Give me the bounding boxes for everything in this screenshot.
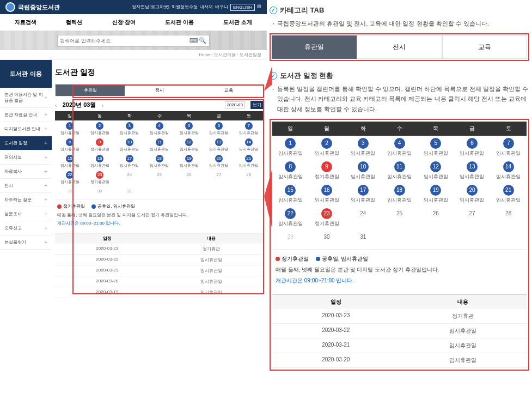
big-tab-exhibit[interactable]: 전시 — [357, 35, 442, 59]
big-calendar-cell[interactable]: 22임시휴관일 — [272, 206, 309, 229]
calendar-cell[interactable]: 16임시휴관일 — [85, 153, 115, 170]
list-row[interactable]: 2020-03-23정기휴관 — [55, 244, 264, 255]
tab-exhibit[interactable]: 전시 — [125, 84, 194, 96]
sidebar-item[interactable]: 전시+ — [0, 179, 52, 193]
big-calendar-cell[interactable]: 24 — [345, 206, 381, 229]
nav-search[interactable]: 자료검색 — [15, 19, 36, 26]
calendar-cell[interactable]: 10임시휴관일 — [114, 137, 144, 153]
calendar-cell[interactable]: 20임시휴관일 — [204, 153, 234, 170]
nav-use[interactable]: 도서관 이용 — [165, 19, 194, 26]
list-row[interactable]: 2020-03-22임시휴관일 — [55, 255, 264, 265]
list-row[interactable]: 2020-03-19임시휴관일 — [55, 287, 264, 298]
link-profile[interactable]: 회원정보수정 — [172, 4, 198, 11]
big-calendar-cell[interactable]: 20임시휴관일 — [454, 183, 491, 206]
calendar-cell[interactable]: 7임시휴관일 — [234, 120, 264, 137]
calendar-cell[interactable]: 3임시휴관일 — [114, 120, 144, 137]
big-calendar-cell[interactable]: 13임시휴관일 — [454, 159, 491, 183]
calendar-cell[interactable]: 14임시휴관일 — [234, 137, 264, 153]
sidebar-item[interactable]: 자주하는 질문+ — [0, 193, 52, 207]
big-calendar-cell[interactable]: 19임시휴관일 — [418, 183, 454, 206]
calendar-cell[interactable]: 27 — [204, 170, 234, 186]
list-row[interactable]: 2020-03-20임시휴관일 — [55, 276, 264, 287]
calendar-cell[interactable]: 15임시휴관일 — [55, 153, 85, 170]
big-hours-link[interactable]: 개관시간은 09:00~21:00 입니다. — [276, 277, 354, 283]
sidebar-item[interactable]: 설문조사+ — [0, 207, 52, 221]
big-calendar-cell[interactable]: 14임시휴관일 — [490, 159, 527, 183]
link-cart[interactable]: 바구니 — [215, 4, 228, 11]
sidebar-item[interactable]: 도서관 일정+ — [0, 136, 52, 150]
big-calendar-cell[interactable]: 12임시휴관일 — [418, 159, 454, 183]
big-calendar-cell[interactable]: 16임시휴관일 — [309, 183, 345, 206]
big-calendar-cell[interactable]: 27 — [454, 206, 491, 229]
calendar-cell[interactable]: 25 — [144, 170, 174, 186]
calendar-cell[interactable]: 13임시휴관일 — [204, 137, 234, 153]
link-english[interactable]: ENGLISH — [230, 4, 255, 11]
calendar-cell[interactable]: 23정기휴관일 — [85, 170, 115, 186]
big-calendar-cell[interactable]: 10임시휴관일 — [345, 159, 381, 183]
big-calendar-cell[interactable]: 4임시휴관일 — [381, 136, 418, 159]
calendar-cell[interactable]: 29 — [55, 186, 85, 196]
big-calendar-cell[interactable]: 11임시휴관일 — [381, 159, 418, 183]
calendar-cell[interactable]: 12임시휴관일 — [174, 137, 204, 153]
calendar-cell[interactable]: 30 — [85, 186, 115, 196]
calendar-cell[interactable]: 4임시휴관일 — [144, 120, 174, 137]
link-logout[interactable]: 정자연님[로그아웃] — [132, 4, 169, 11]
calendar-cell[interactable]: 26 — [174, 170, 204, 186]
big-tab-closed[interactable]: 휴관일 — [272, 35, 357, 59]
calendar-cell[interactable]: 11임시휴관일 — [144, 137, 174, 153]
calendar-cell[interactable]: 18임시휴관일 — [144, 153, 174, 170]
hours-link[interactable]: 개관시간은 09:00~21:00 입니다. — [57, 221, 120, 226]
list-row[interactable]: 2020-03-21임시휴관일 — [55, 265, 264, 276]
nav-about[interactable]: 도서관 소개 — [223, 19, 252, 26]
sidebar-item[interactable]: 디지털도서관 안내+ — [0, 122, 52, 136]
calendar-cell[interactable]: 5임시휴관일 — [174, 120, 204, 137]
big-calendar-cell[interactable]: 29 — [272, 229, 309, 245]
menu-icon[interactable]: ▤ — [257, 4, 261, 11]
sidebar-item[interactable]: 편의시설+ — [0, 150, 52, 165]
big-calendar-cell[interactable]: 15임시휴관일 — [272, 183, 309, 206]
calendar-cell[interactable]: 17임시휴관일 — [114, 153, 144, 170]
big-calendar-cell[interactable]: 25 — [381, 206, 418, 229]
next-month-icon[interactable]: › — [101, 102, 103, 108]
sidebar-item[interactable]: 오류신고+ — [0, 221, 52, 235]
calendar-cell[interactable]: 9정기휴관일 — [85, 137, 115, 153]
calendar-cell[interactable]: 22임시휴관일 — [55, 170, 85, 186]
big-list-row[interactable]: 2020-03-22임시휴관일 — [272, 324, 527, 339]
calendar-cell[interactable]: 31 — [114, 186, 144, 196]
calendar-cell[interactable]: 6임시휴관일 — [204, 120, 234, 137]
big-list-row[interactable]: 2020-03-20임시휴관일 — [272, 353, 527, 368]
calendar-cell[interactable]: 2임시휴관일 — [85, 120, 115, 137]
site-logo-text[interactable]: 국립중앙도서관 — [18, 3, 60, 11]
big-calendar-cell[interactable]: 28 — [490, 206, 527, 229]
big-calendar-cell[interactable]: 3임시휴관일 — [345, 136, 381, 159]
sidebar-item[interactable]: 자료복사+ — [0, 165, 52, 179]
link-mylib[interactable]: 내서재 — [200, 4, 213, 11]
sidebar-item[interactable]: 본관 이용시간 및 이용증 발급+ — [0, 88, 52, 108]
big-calendar-cell[interactable]: 23정기휴관일 — [309, 206, 345, 229]
sidebar-item[interactable]: 분실물찾기+ — [0, 235, 52, 250]
big-calendar-cell[interactable]: 2임시휴관일 — [309, 136, 345, 159]
big-calendar-cell[interactable]: 8임시휴관일 — [272, 159, 309, 183]
month-select[interactable]: 2020-03 — [225, 101, 245, 108]
prev-month-icon[interactable]: ‹ — [55, 102, 57, 108]
nav-apply[interactable]: 신청·참여 — [112, 19, 136, 26]
calendar-cell[interactable]: 1임시휴관일 — [55, 120, 85, 137]
big-calendar-cell[interactable]: 18임시휴관일 — [381, 183, 418, 206]
big-calendar-cell[interactable]: 6임시휴관일 — [454, 136, 491, 159]
big-tab-edu[interactable]: 교육 — [442, 35, 527, 59]
calendar-cell[interactable]: 19임시휴관일 — [174, 153, 204, 170]
big-calendar-cell[interactable]: 26 — [418, 206, 454, 229]
tab-closed[interactable]: 휴관일 — [56, 84, 125, 96]
big-calendar-cell[interactable]: 31 — [345, 229, 381, 245]
big-calendar-cell[interactable]: 30 — [309, 229, 345, 245]
calendar-cell[interactable]: 21임시휴관일 — [234, 153, 264, 170]
go-button[interactable]: 보기 — [250, 101, 264, 109]
search-input[interactable] — [60, 38, 189, 44]
sidebar-item[interactable]: 본관 자료실 안내+ — [0, 108, 52, 122]
big-calendar-cell[interactable]: 9정기휴관일 — [309, 159, 345, 183]
big-calendar-cell[interactable]: 1임시휴관일 — [272, 136, 309, 159]
keyboard-icon[interactable]: ⌨ — [189, 37, 198, 44]
calendar-cell[interactable]: 24 — [114, 170, 144, 186]
calendar-cell[interactable]: 8임시휴관일 — [55, 137, 85, 153]
big-calendar-cell[interactable]: 21임시휴관일 — [490, 183, 527, 206]
